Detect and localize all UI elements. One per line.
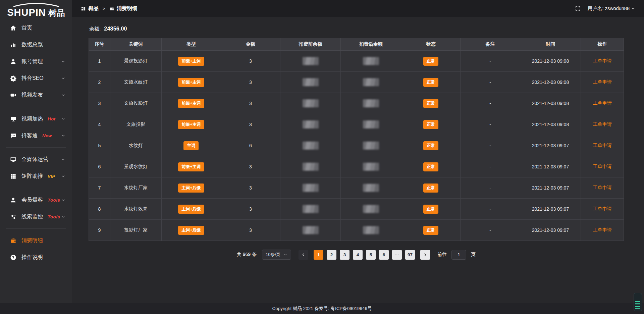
cell-index: 6 — [89, 156, 110, 177]
cell-status: 正常 — [401, 72, 461, 93]
work-order-link[interactable]: 工单申请 — [593, 143, 612, 148]
page-button-3[interactable]: 3 — [340, 250, 350, 260]
sidebar-item-media-ops[interactable]: 全媒体运营 — [0, 151, 72, 168]
goto-page-input[interactable] — [451, 250, 466, 260]
work-order-link[interactable]: 工单申请 — [593, 79, 612, 85]
cell-keyword: 文旅投影灯 — [110, 93, 161, 114]
person-icon — [10, 197, 16, 203]
cell-balance-after — [341, 177, 401, 199]
table-row: 2 文旅水纹灯 前缀+主词 3 正常 - 2021-12-03 09:08 工单… — [89, 72, 624, 93]
goto-label: 前往 — [437, 252, 447, 258]
column-header: 类型 — [161, 38, 221, 51]
sidebar-item-douyin-seo[interactable]: 抖音SEO — [0, 70, 72, 87]
sidebar-item-member-burst[interactable]: 会员爆客 Tools — [0, 192, 72, 208]
sidebar-item-clue-monitor[interactable]: 线索监控 Tools — [0, 208, 72, 225]
cell-balance-after — [341, 220, 401, 241]
sidebar-item-douketong[interactable]: 抖客通 New — [0, 127, 72, 144]
page-button-2[interactable]: 2 — [327, 250, 336, 260]
page-button-1[interactable]: 1 — [314, 250, 323, 260]
sidebar-item-guide[interactable]: 操作说明 — [0, 249, 72, 266]
sidebar-item-matrix-boost[interactable]: 矩阵助推 VIP — [0, 168, 72, 185]
grid-icon — [10, 173, 16, 179]
sidebar-item-video-publish[interactable]: 视频发布 — [0, 87, 72, 103]
dashboard-icon — [81, 6, 86, 11]
sidebar-item-label: 抖客通 — [21, 132, 38, 139]
sidebar-item-account[interactable]: 账号管理 — [0, 53, 72, 70]
cell-time: 2021-12-03 09:08 — [520, 51, 581, 72]
total-count: 共 969 条 — [237, 252, 257, 258]
screen-icon — [10, 116, 16, 122]
work-order-link[interactable]: 工单申请 — [593, 164, 612, 169]
column-header: 状态 — [401, 38, 461, 51]
cell-time: 2021-12-03 09:07 — [520, 199, 581, 220]
page-more-button[interactable]: ··· — [392, 250, 402, 260]
gear-icon — [10, 75, 16, 82]
redacted-value — [303, 78, 319, 86]
cell-time: 2021-12-03 09:07 — [520, 220, 581, 241]
page-size-select[interactable]: 10条/页 — [262, 250, 291, 260]
redacted-value — [363, 226, 379, 234]
sidebar-item-label: 会员爆客 — [21, 197, 43, 204]
page-button-4[interactable]: 4 — [353, 250, 363, 260]
work-order-link[interactable]: 工单申请 — [593, 121, 612, 127]
table-row: 5 水纹灯 主词 6 正常 - 2021-12-03 09:07 工单申请 — [89, 135, 624, 156]
cell-type: 前缀+主词 — [161, 93, 221, 114]
breadcrumb-separator: > — [103, 6, 105, 11]
breadcrumb: 树品 > 消费明细 — [81, 5, 138, 12]
cell-remark: - — [461, 72, 520, 93]
sidebar-item-data-overview[interactable]: 数据总览 — [0, 36, 72, 53]
menu-divider — [6, 107, 66, 107]
consumption-table: 序号关键词类型金额扣费前余额扣费后余额状态备注时间操作 1 景观投影灯 前缀+主… — [89, 38, 624, 241]
cell-keyword: 投影灯厂家 — [110, 220, 161, 241]
page-button-97[interactable]: 97 — [405, 250, 415, 260]
sidebar-item-tag: Tools — [48, 198, 60, 203]
sidebar-item-label: 消费明细 — [21, 237, 43, 244]
table-row: 3 文旅投影灯 前缀+主词 3 正常 - 2021-12-03 09:08 工单… — [89, 93, 624, 114]
redacted-value — [303, 205, 319, 213]
column-header: 时间 — [520, 38, 581, 51]
cell-action: 工单申请 — [581, 114, 624, 135]
balance-label: 余额: — [89, 26, 101, 32]
work-order-link[interactable]: 工单申请 — [593, 227, 612, 232]
type-badge: 主词+后缀 — [178, 226, 204, 235]
sidebar: SHUPIN 树品 首页 数据总览 账号管理 抖音SEO 视频发布 视频加热 H… — [0, 0, 72, 314]
cell-balance-before — [280, 93, 340, 114]
work-order-link[interactable]: 工单申请 — [593, 100, 612, 106]
work-order-link[interactable]: 工单申请 — [593, 58, 612, 63]
cell-action: 工单申请 — [581, 156, 624, 177]
cell-keyword: 水纹灯厂家 — [110, 177, 161, 199]
sidebar-item-home[interactable]: 首页 — [0, 19, 72, 36]
work-order-link[interactable]: 工单申请 — [593, 206, 612, 211]
page-button-5[interactable]: 5 — [366, 250, 376, 260]
breadcrumb-item[interactable]: 树品 — [81, 5, 99, 12]
cell-balance-before — [280, 199, 340, 220]
cell-amount: 3 — [221, 220, 280, 241]
arrow-right-icon — [423, 253, 427, 257]
sidebar-item-video-heat[interactable]: 视频加热 Hot — [0, 110, 72, 127]
home-icon — [10, 25, 16, 31]
cell-balance-before — [280, 156, 340, 177]
cell-balance-after — [341, 135, 401, 156]
redacted-value — [303, 163, 319, 171]
breadcrumb-item[interactable]: 消费明细 — [109, 5, 138, 12]
fullscreen-icon[interactable] — [575, 5, 581, 11]
cell-status: 正常 — [401, 135, 461, 156]
cell-index: 7 — [89, 177, 110, 199]
cell-remark: - — [461, 220, 520, 241]
cell-balance-after — [341, 156, 401, 177]
cell-keyword: 景观投影灯 — [110, 51, 161, 72]
brand-logo[interactable]: SHUPIN 树品 — [0, 0, 72, 19]
sidebar-item-consumption[interactable]: 消费明细 — [0, 232, 72, 249]
prev-page-button[interactable] — [299, 250, 308, 260]
chevron-down-icon — [61, 76, 65, 81]
chevron-down-icon — [61, 157, 65, 162]
goto-suffix: 页 — [471, 252, 476, 258]
cell-type: 前缀+主词 — [161, 72, 221, 93]
side-widget[interactable] — [634, 293, 642, 311]
chevron-down-icon — [283, 253, 287, 257]
page-button-6[interactable]: 6 — [379, 250, 389, 260]
sidebar-item-tag: Hot — [48, 116, 55, 121]
work-order-link[interactable]: 工单申请 — [593, 185, 612, 190]
next-page-button[interactable] — [420, 250, 430, 260]
username-menu[interactable]: 用户名: zswodun88 — [588, 5, 635, 12]
